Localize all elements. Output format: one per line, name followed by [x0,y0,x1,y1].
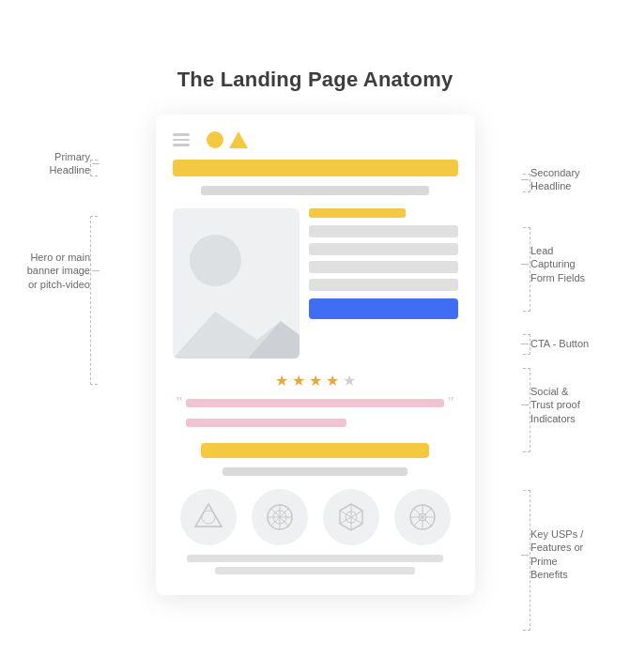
star-2: ★ [292,372,305,389]
page-title: The Landing Page Anatomy [9,68,621,92]
label-lead-capture: LeadCapturingForm Fields [530,244,620,284]
mock-usp-icon-3 [323,489,379,545]
mock-testimonial-bar-2 [186,419,346,427]
mock-section-usps [173,443,458,574]
mockup-card: ★ ★ ★ ★ ★ " " " [156,115,475,595]
mock-input-field-4 [309,279,458,291]
right-labels: SecondaryHeadline LeadCapturingForm Fiel… [517,115,621,595]
diagram-wrapper: PrimaryHeadline Hero or mainbanner image… [9,115,621,595]
label-key-usps: Key USPs /Features orPrimeBenefits [530,527,620,581]
mock-input-field-3 [309,261,458,273]
label-secondary-headline: SecondaryHeadline [530,166,620,193]
mock-testimonials: " " " [173,395,458,430]
mock-stars: ★ ★ ★ ★ ★ [173,372,458,389]
mock-usp-text-lines [173,555,458,574]
mock-usp-headline-bar [201,443,429,458]
label-cta: CTA - Button [530,337,620,350]
mock-testimonial-row-2: " [177,415,454,430]
mock-usp-icon-1 [180,489,237,545]
mock-logo [207,131,248,148]
mock-logo-circle [207,131,223,148]
mock-primary-headline-bar [173,160,458,176]
page-wrapper: The Landing Page Anatomy PrimaryHeadline… [0,49,630,623]
star-3: ★ [309,372,322,389]
mock-hero-mountain-icon [173,283,300,359]
star-1: ★ [275,372,288,389]
mock-hamburger-icon [173,133,190,146]
mock-quote-close-1: " [448,395,454,410]
mock-secondary-headline-bar [201,186,429,195]
label-primary-headline: PrimaryHeadline [8,150,90,177]
mock-form-fields [309,208,458,359]
mock-testimonial-bar-1 [186,399,444,407]
star-4: ★ [326,372,339,389]
left-labels: PrimaryHeadline Hero or mainbanner image… [9,115,103,595]
svg-marker-2 [195,504,222,527]
mock-cta-button [309,298,458,319]
mock-usp-subline-bar [223,467,408,476]
mock-usp-icons-row [173,489,458,545]
mock-input-field-2 [309,243,458,255]
mock-logo-triangle [229,131,248,148]
mock-usp-icon-2 [252,489,308,545]
mock-usp-icon-4 [394,489,451,545]
label-hero: Hero or mainbanner imageor pitch-video [8,251,90,291]
mock-usp-line-1 [187,555,444,562]
svg-point-6 [202,511,215,524]
mock-hero-circle [190,235,241,286]
label-social-trust: Social &Trust proofIndicators [530,385,620,425]
mock-input-field-1 [309,225,458,237]
mock-quote-open-1: " [177,395,183,410]
mock-usp-line-2 [215,567,415,574]
mock-topbar [173,131,458,148]
mock-hero-image [173,208,300,359]
mock-content-row [173,208,458,359]
mock-testimonial-row-1: " " [177,395,454,410]
mock-form-label-bar [309,208,406,218]
star-5: ★ [343,372,356,389]
